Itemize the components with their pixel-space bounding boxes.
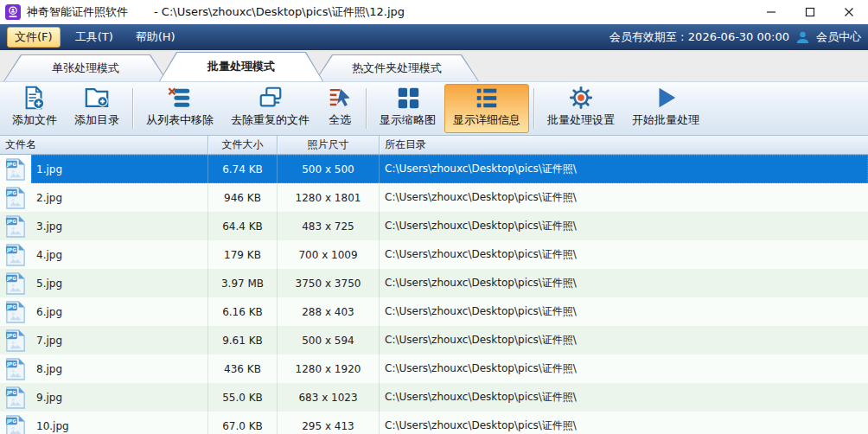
settings-icon — [568, 85, 594, 111]
remove-duplicates-icon — [258, 85, 284, 111]
tool-button-label: 显示缩略图 — [380, 112, 436, 128]
jpg-file-icon: JPG — [0, 297, 31, 326]
svg-text:JPG: JPG — [6, 333, 16, 339]
start-batch-button[interactable]: 开始批量处理 — [623, 84, 708, 133]
photo-size-cell: 683 x 1023 — [277, 383, 379, 412]
tool-button-label: 去除重复的文件 — [231, 112, 310, 128]
jpg-file-icon: JPG — [0, 326, 31, 354]
add-folder-button[interactable]: 添加目录 — [66, 84, 128, 133]
remove-duplicates-button[interactable]: 去除重复的文件 — [222, 84, 318, 133]
file-size-cell: 946 KB — [207, 183, 277, 212]
directory-cell: C:\Users\zhouxc\Desktop\pics\证件照\ — [379, 412, 868, 434]
svg-text:JPG: JPG — [6, 219, 16, 225]
row-main: 5.jpg3.97 MB3750 x 3750C:\Users\zhouxc\D… — [31, 269, 868, 297]
directory-cell: C:\Users\zhouxc\Desktop\pics\证件照\ — [379, 240, 868, 269]
jpg-file-icon: JPG — [0, 354, 31, 383]
jpg-file-icon: JPG — [0, 155, 31, 183]
row-main: 7.jpg9.61 KB500 x 594C:\Users\zhouxc\Des… — [31, 326, 868, 354]
file-name-cell: 6.jpg — [31, 297, 207, 326]
table-row[interactable]: JPG2.jpg946 KB1280 x 1801C:\Users\zhouxc… — [0, 183, 868, 212]
column-header-filename[interactable]: 文件名 — [0, 136, 207, 154]
minimize-button[interactable] — [751, 0, 790, 24]
maximize-button[interactable] — [790, 0, 829, 24]
menu-item-tools[interactable]: 工具(T) — [67, 27, 121, 48]
batch-settings-button[interactable]: 批量处理设置 — [539, 84, 623, 133]
remove-from-list-icon — [167, 85, 193, 111]
directory-cell: C:\Users\zhouxc\Desktop\pics\证件照\ — [379, 297, 868, 326]
table-row[interactable]: JPG10.jpg67.0 KB295 x 413C:\Users\zhouxc… — [0, 412, 868, 434]
svg-text:JPG: JPG — [6, 418, 16, 424]
jpg-file-icon: JPG — [0, 383, 31, 412]
row-main: 8.jpg436 KB1280 x 1920C:\Users\zhouxc\De… — [31, 354, 868, 383]
tab-label: 单张处理模式 — [3, 54, 168, 81]
menu-item-file[interactable]: 文件(F) — [7, 27, 61, 48]
row-main: 6.jpg6.16 KB288 x 403C:\Users\zhouxc\Des… — [31, 297, 868, 326]
photo-size-cell: 295 x 413 — [277, 412, 379, 434]
remove-from-list-button[interactable]: 从列表中移除 — [137, 84, 222, 133]
tool-button-label: 添加文件 — [12, 112, 57, 128]
close-button[interactable] — [829, 0, 868, 24]
table-row[interactable]: JPG1.jpg6.74 KB500 x 500C:\Users\zhouxc\… — [0, 155, 868, 183]
file-name-cell: 9.jpg — [31, 383, 207, 412]
file-size-cell: 179 KB — [207, 240, 277, 269]
toolbar: 添加文件添加目录从列表中移除去除重复的文件全选显示缩略图显示详细信息批量处理设置… — [0, 81, 868, 136]
show-thumbnails-button[interactable]: 显示缩略图 — [371, 84, 444, 133]
select-all-button[interactable]: 全选 — [318, 84, 361, 133]
row-main: 2.jpg946 KB1280 x 1801C:\Users\zhouxc\De… — [31, 183, 868, 212]
file-size-cell: 9.61 KB — [207, 326, 277, 354]
tab-label: 热文件夹处理模式 — [315, 54, 479, 81]
directory-cell: C:\Users\zhouxc\Desktop\pics\证件照\ — [379, 326, 868, 354]
photo-size-cell: 1280 x 1801 — [277, 183, 379, 212]
table-row[interactable]: JPG4.jpg179 KB700 x 1009C:\Users\zhouxc\… — [0, 240, 868, 269]
add-file-icon — [22, 85, 48, 111]
tool-button-label: 开始批量处理 — [632, 112, 699, 128]
photo-size-cell: 1280 x 1920 — [277, 354, 379, 383]
tab-single-mode[interactable]: 单张处理模式 — [3, 54, 168, 81]
show-details-button[interactable]: 显示详细信息 — [444, 84, 529, 133]
tab-batch-mode[interactable]: 批量处理模式 — [159, 52, 323, 81]
menu-item-help[interactable]: 帮助(H) — [128, 27, 183, 48]
svg-text:JPG: JPG — [6, 162, 16, 168]
row-main: 9.jpg55.0 KB683 x 1023C:\Users\zhouxc\De… — [31, 383, 868, 412]
menu-bar: 文件(F)工具(T)帮助(H) 会员有效期至：2026-06-30 00:00 … — [0, 24, 868, 50]
column-header-dimensions[interactable]: 照片尺寸 — [277, 136, 379, 154]
details-icon — [474, 85, 500, 111]
tab-hotfolder-mode[interactable]: 热文件夹处理模式 — [315, 54, 479, 81]
tab-bar: 单张处理模式批量处理模式热文件夹处理模式 — [0, 50, 868, 81]
table-row[interactable]: JPG7.jpg9.61 KB500 x 594C:\Users\zhouxc\… — [0, 326, 868, 354]
table-row[interactable]: JPG5.jpg3.97 MB3750 x 3750C:\Users\zhoux… — [0, 269, 868, 297]
start-icon — [653, 85, 679, 111]
directory-cell: C:\Users\zhouxc\Desktop\pics\证件照\ — [379, 383, 868, 412]
tool-button-label: 添加目录 — [74, 112, 119, 128]
member-center-link[interactable]: 会员中心 — [816, 29, 861, 45]
minimize-icon — [766, 7, 776, 17]
table-row[interactable]: JPG9.jpg55.0 KB683 x 1023C:\Users\zhouxc… — [0, 383, 868, 412]
table-row[interactable]: JPG8.jpg436 KB1280 x 1920C:\Users\zhouxc… — [0, 354, 868, 383]
tool-button-label: 全选 — [329, 112, 351, 128]
jpg-file-icon: JPG — [0, 412, 31, 434]
table-row[interactable]: JPG6.jpg6.16 KB288 x 403C:\Users\zhouxc\… — [0, 297, 868, 326]
row-main: 1.jpg6.74 KB500 x 500C:\Users\zhouxc\Des… — [31, 155, 868, 183]
file-size-cell: 67.0 KB — [207, 412, 277, 434]
column-header-directory[interactable]: 所在目录 — [379, 136, 868, 154]
photo-size-cell: 3750 x 3750 — [277, 269, 379, 297]
select-all-icon — [327, 85, 353, 111]
tool-button-label: 显示详细信息 — [453, 112, 520, 128]
thumbnails-icon — [395, 85, 421, 111]
window-controls — [751, 0, 868, 24]
member-expiry-label: 会员有效期至：2026-06-30 00:00 — [610, 29, 789, 45]
tool-button-label: 从列表中移除 — [146, 112, 214, 128]
maximize-icon — [805, 7, 815, 17]
file-size-cell: 3.97 MB — [207, 269, 277, 297]
svg-text:JPG: JPG — [6, 247, 16, 253]
tool-button-label: 批量处理设置 — [547, 112, 615, 128]
jpg-file-icon: JPG — [0, 269, 31, 297]
column-header-filesize[interactable]: 文件大小 — [207, 136, 277, 154]
directory-cell: C:\Users\zhouxc\Desktop\pics\证件照\ — [379, 155, 868, 183]
table-row[interactable]: JPG3.jpg64.4 KB483 x 725C:\Users\zhouxc\… — [0, 212, 868, 240]
toolbar-separator — [366, 88, 367, 129]
file-name-cell: 3.jpg — [31, 212, 207, 240]
document-path: - C:\Users\zhouxc\Desktop\pics\证件照\12.jp… — [154, 4, 405, 20]
tab-label: 批量处理模式 — [159, 52, 323, 81]
add-files-button[interactable]: 添加文件 — [3, 84, 66, 133]
